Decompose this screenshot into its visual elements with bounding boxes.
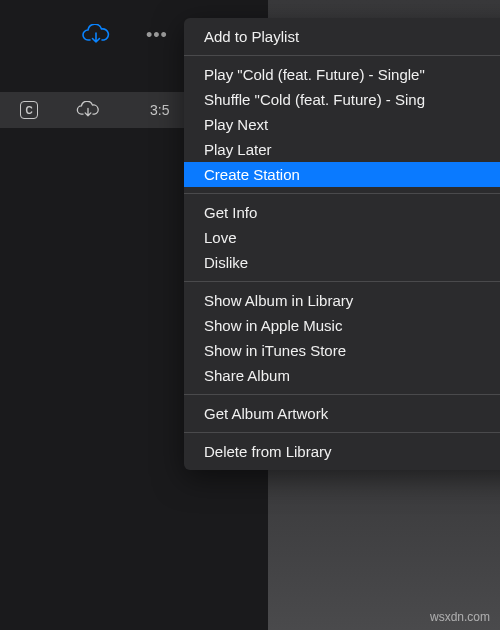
menu-item[interactable]: Love (184, 225, 500, 250)
menu-separator (184, 394, 500, 395)
menu-separator (184, 193, 500, 194)
menu-item[interactable]: Dislike (184, 250, 500, 275)
menu-item[interactable]: Add to Playlist (184, 24, 500, 49)
explicit-badge: C (20, 101, 38, 119)
watermark: wsxdn.com (430, 610, 490, 624)
menu-item[interactable]: Show Album in Library (184, 288, 500, 313)
header-controls: ••• (82, 24, 168, 46)
cloud-download-icon[interactable] (82, 24, 110, 46)
menu-item[interactable]: Show in iTunes Store (184, 338, 500, 363)
menu-separator (184, 55, 500, 56)
menu-item[interactable]: Play Later (184, 137, 500, 162)
menu-item[interactable]: Play "Cold (feat. Future) - Single" (184, 62, 500, 87)
menu-item[interactable]: Get Album Artwork (184, 401, 500, 426)
menu-item[interactable]: Delete from Library (184, 439, 500, 464)
track-duration: 3:5 (150, 102, 169, 118)
menu-item[interactable]: Shuffle "Cold (feat. Future) - Sing (184, 87, 500, 112)
context-menu: Add to PlaylistPlay "Cold (feat. Future)… (184, 18, 500, 470)
menu-item[interactable]: Play Next (184, 112, 500, 137)
menu-separator (184, 432, 500, 433)
more-options-icon[interactable]: ••• (146, 25, 168, 46)
menu-item[interactable]: Show in Apple Music (184, 313, 500, 338)
menu-separator (184, 281, 500, 282)
menu-item[interactable]: Share Album (184, 363, 500, 388)
menu-item[interactable]: Get Info (184, 200, 500, 225)
menu-item[interactable]: Create Station (184, 162, 500, 187)
cloud-status-icon[interactable] (76, 101, 100, 119)
